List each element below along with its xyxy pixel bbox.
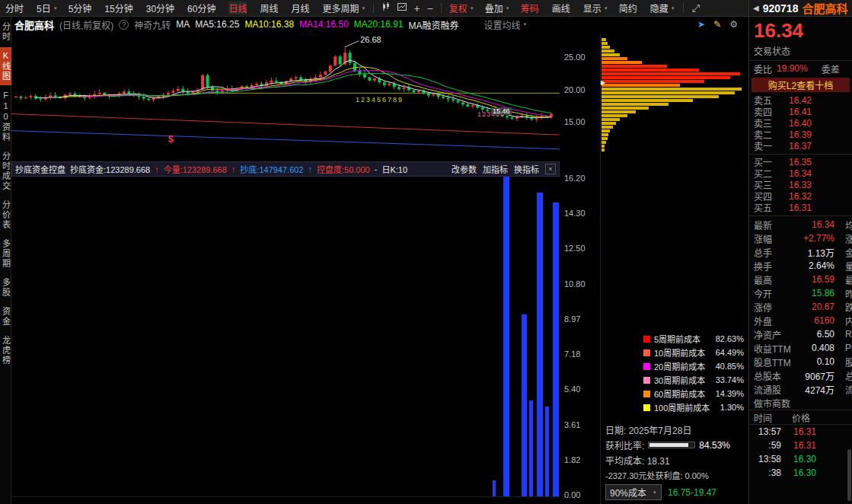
cost-range-select[interactable]: 90%成本 ▼ [605,484,662,500]
zoom-out-icon[interactable]: − [427,2,433,14]
help-icon[interactable]: ? [119,20,129,30]
settings-gear-icon[interactable]: ⚙ [729,19,738,30]
zoom-in-icon[interactable]: + [413,2,420,14]
profit-at-price-label: -2327.30元处获利盘: 0.00% [605,469,709,481]
sidebar-tab[interactable]: 分价表 [0,196,11,234]
legend-label: 5周期前成本 [654,333,700,345]
period-button[interactable]: 15分钟 [99,0,140,16]
sidebar-tab[interactable]: 龙虎榜 [0,332,11,369]
peak-price-annotation: 26.68 [360,35,381,44]
add-indicator-button[interactable]: 加指标 [483,163,508,175]
ask-price: 16.37 [789,141,812,152]
sidebar-tab[interactable]: 多股 [0,274,11,301]
tool-button[interactable]: 筹码 [515,0,547,16]
stat-label: 外盘 [754,314,796,327]
l2-upsell-button[interactable]: 购买L2查看十档 [751,78,850,92]
stock-title: 合肥高科 [14,18,54,32]
sidebar-tab[interactable]: 资金 [0,303,11,330]
period-button-label: 周线 [260,2,278,14]
bid-row[interactable]: 买四 16.32 [749,190,852,202]
ma-group-label[interactable]: MA [176,19,190,30]
period-button-group: 分时 5日 ▼ 5分钟 15分钟 [0,0,371,16]
axis-label: 16.20 [561,174,599,183]
cost-range-select-label: 90%成本 [610,486,646,499]
period-button[interactable]: 周线 [254,0,286,16]
legend-value: 64.49% [716,348,744,357]
indicator-title[interactable]: 抄底资金控盘 [15,163,65,175]
stat-label-2: 内盘 [845,314,852,327]
close-icon[interactable]: × [545,164,556,174]
period-button[interactable]: 分时 [0,0,31,16]
tool-button[interactable]: 简约 [614,0,645,16]
axis-label: 10.80 [561,279,599,289]
last-price: 16.34 [749,17,852,43]
stock-name: 合肥高科 [802,0,847,16]
stat-label: 净资产 [754,328,796,341]
bid-row[interactable]: 买一 16.35 [749,156,852,167]
margin-trading-label[interactable]: MA融资融券 [409,18,459,31]
chevron-down-icon: ▼ [604,6,608,11]
ma-value-label: MA10:16.38 [244,19,294,30]
ask-row[interactable]: 卖二 16.39 [749,129,852,140]
tool-button[interactable]: 画线 [547,0,578,16]
fullscreen-icon[interactable]: ⤢ [686,2,706,14]
sidebar-tab[interactable]: F10资料 [0,87,11,146]
ask-row[interactable]: 卖三 16.40 [749,117,852,129]
ask-row[interactable]: 卖一 16.37 [749,140,852,152]
profit-ratio-row: 获利比率: 84.53% [605,439,730,451]
cost-range-value: 16.75-19.47 [668,487,716,498]
sidebar-tab[interactable]: K线图 [0,47,11,85]
legend-label: 30周期前成本 [654,374,705,386]
chart-header-icons: ➤ ✎ ⚙ [697,19,738,30]
chip-bar [602,137,608,140]
ma-settings-button[interactable]: 设置均线 ▼ [484,18,528,31]
bid-row[interactable]: 买二 16.34 [749,167,852,179]
bid-row[interactable]: 买三 16.33 [749,179,852,190]
edit-params-button[interactable]: 改参数 [452,163,477,175]
draw-pencil-icon[interactable]: ✎ [713,19,721,30]
stat-row: 外盘 6160 内盘 [749,314,852,327]
switch-indicator-button[interactable]: 换指标 [514,163,539,175]
tool-button[interactable]: 复权 ▼ [444,0,480,16]
bid-ask-ratio-row: 委比 19.90% 委差 [749,61,852,76]
sidebar-tab[interactable]: 分时 [0,18,11,46]
axis-label: 12.50 [561,244,599,253]
tool-button[interactable]: 叠加 ▼ [480,0,515,16]
tool-button[interactable]: 隐藏 ▼ [645,0,681,16]
period-button-label: 5日 [37,2,51,14]
period-button[interactable]: 5日 ▼ [31,0,63,16]
volume-bar [522,314,527,496]
stat-row: 净资产 6.50 ROE [749,327,852,341]
volume-bar [537,193,543,496]
tick-list[interactable]: 13:57 16.31 :59 16.31 13:58 16.30 :38 16… [749,425,852,480]
ask-price: 16.39 [789,129,812,140]
period-button[interactable]: 日线 [223,0,254,16]
bid-row[interactable]: 买五 16.31 [749,202,852,213]
period-button[interactable]: 5分钟 [63,0,100,16]
period-button[interactable]: 月线 [286,0,317,16]
ma-settings-label: 设置均线 [484,18,521,31]
kline-chart-icon[interactable] [381,2,391,14]
period-button[interactable]: 60分钟 [182,0,223,16]
stat-row: 总手 1.13万 金额 [749,245,852,259]
ask-row[interactable]: 卖五 16.42 [749,94,852,106]
back-icon[interactable]: ◀ [753,4,759,12]
period-button[interactable]: 更多周期 ▼ [317,0,371,16]
stat-value: 1.13万 [796,246,834,259]
candlestick-chart[interactable]: 26.68 $ 123456789 123456 15.46 [11,32,560,161]
stat-label: 最新 [754,219,796,231]
tick-price: 16.31 [793,440,816,451]
scrollbar-thumb[interactable] [847,449,851,501]
stat-row: 最高 16.59 最低 [749,273,852,286]
period-button[interactable]: 30分钟 [141,0,182,16]
signal-flag-icon[interactable]: ➤ [697,19,705,30]
magic-nine-indicator-label[interactable]: 神奇九转 [134,18,171,31]
sidebar-tab[interactable]: 多周期 [0,235,11,273]
sidebar-tab[interactable]: 分时成交 [0,148,11,195]
indicator-panel[interactable] [11,177,560,497]
chart-window-icon[interactable] [397,2,407,14]
trading-status-label: 交易状态 [749,43,852,61]
tool-button[interactable]: 显示 ▼ [578,0,614,16]
chip-bar [602,95,719,98]
ask-row[interactable]: 卖四 16.41 [749,106,852,117]
